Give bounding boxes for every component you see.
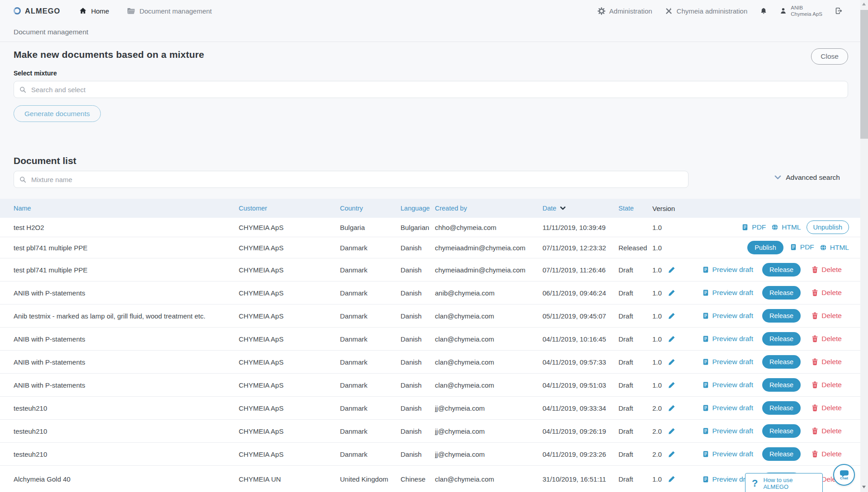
- release-button[interactable]: Release: [762, 447, 801, 461]
- pdf-link[interactable]: PDF: [790, 243, 814, 251]
- mixture-search-input[interactable]: [30, 85, 842, 94]
- edit-version-icon[interactable]: [668, 312, 675, 320]
- cell-created-by: clan@chymeia.com: [435, 358, 542, 366]
- column-header-customer[interactable]: Customer: [239, 205, 340, 212]
- release-button[interactable]: Release: [762, 355, 801, 369]
- cell-state: Draft: [618, 404, 652, 412]
- delete-link[interactable]: Delete: [811, 427, 842, 435]
- edit-version-icon[interactable]: [668, 381, 675, 389]
- column-header-language[interactable]: Language: [401, 205, 435, 212]
- edit-version-icon[interactable]: [668, 289, 675, 297]
- delete-link[interactable]: Delete: [811, 358, 842, 366]
- nav-chymeia-administration[interactable]: Chymeia administration: [665, 7, 748, 15]
- cell-state: Draft: [618, 427, 652, 435]
- scrollbar-up-arrow-icon[interactable]: [862, 3, 866, 5]
- document-search-input[interactable]: [30, 175, 683, 184]
- cell-date: 04/11/2019, 09:57:33: [542, 358, 618, 366]
- html-link[interactable]: HTML: [820, 244, 849, 252]
- cell-customer: CHYMEIA ApS: [239, 224, 340, 231]
- cell-date: 04/11/2019, 10:16:45: [542, 335, 618, 343]
- logout-button[interactable]: [835, 7, 843, 14]
- document-row: test H2O2 CHYMEIA ApS Bulgaria Bulgarian…: [0, 218, 860, 237]
- release-button[interactable]: Release: [762, 286, 801, 300]
- release-button[interactable]: Release: [762, 401, 801, 415]
- column-header-country[interactable]: Country: [340, 205, 401, 212]
- breadcrumb[interactable]: Document management: [127, 7, 212, 15]
- column-header-name[interactable]: Name: [14, 205, 239, 212]
- column-header-created-by[interactable]: Created by: [435, 205, 542, 212]
- cell-customer: CHYMEIA ApS: [239, 244, 340, 252]
- select-mixture-label: Select mixture: [14, 70, 868, 77]
- preview-draft-link[interactable]: Preview draft: [702, 335, 753, 343]
- delete-link[interactable]: Delete: [811, 312, 842, 320]
- release-button[interactable]: Release: [762, 424, 801, 438]
- pdf-link[interactable]: PDF: [741, 223, 766, 231]
- bell-icon: [760, 7, 767, 15]
- delete-link[interactable]: Delete: [811, 335, 842, 343]
- chat-button[interactable]: Chat: [833, 464, 855, 486]
- delete-link[interactable]: Delete: [811, 266, 842, 274]
- breadcrumb-label: Document management: [139, 7, 212, 15]
- column-header-date[interactable]: Date: [542, 205, 618, 212]
- edit-version-icon[interactable]: [668, 427, 675, 435]
- edit-version-icon[interactable]: [668, 404, 675, 412]
- cell-country: Danmark: [340, 312, 401, 320]
- generate-documents-button[interactable]: Generate documents: [14, 105, 101, 122]
- pdf-document-icon: [790, 244, 797, 251]
- edit-version-icon[interactable]: [668, 266, 675, 274]
- cell-customer: CHYMEIA ApS: [239, 289, 340, 297]
- how-to-use-button[interactable]: ? How to use ALMEGO: [745, 473, 823, 492]
- scrollbar-thumb[interactable]: [860, 10, 868, 139]
- notifications-button[interactable]: [760, 7, 767, 15]
- delete-link[interactable]: Delete: [811, 450, 842, 458]
- preview-draft-link[interactable]: Preview draft: [702, 289, 753, 297]
- preview-draft-link[interactable]: Preview draft: [702, 450, 753, 458]
- release-button[interactable]: Release: [762, 332, 801, 346]
- cell-language: Danish: [401, 404, 435, 412]
- delete-link[interactable]: Delete: [811, 404, 842, 412]
- scrollbar-down-arrow-icon[interactable]: [862, 486, 866, 488]
- edit-version-icon[interactable]: [668, 450, 675, 458]
- preview-draft-link[interactable]: Preview draft: [702, 358, 753, 366]
- release-button[interactable]: Release: [762, 263, 801, 276]
- unpublish-button[interactable]: Unpublish: [807, 220, 849, 234]
- edit-version-icon[interactable]: [668, 335, 675, 343]
- preview-document-icon: [702, 358, 709, 365]
- nav-administration[interactable]: Administration: [598, 7, 652, 15]
- delete-link[interactable]: Delete: [811, 289, 842, 297]
- preview-draft-link[interactable]: Preview draft: [702, 404, 753, 412]
- cell-date: 04/11/2019, 09:23:26: [542, 450, 618, 458]
- sort-descending-icon: [560, 206, 566, 210]
- html-link[interactable]: HTML: [771, 223, 801, 231]
- almego-logo[interactable]: ALMEGO: [14, 7, 60, 15]
- preview-document-icon: [702, 266, 709, 273]
- preview-draft-link[interactable]: Preview draft: [702, 266, 753, 274]
- release-button[interactable]: Release: [762, 309, 801, 323]
- cell-name: testeuh210: [14, 427, 239, 435]
- advanced-search-toggle[interactable]: Advanced search: [774, 173, 840, 182]
- user-icon: [780, 7, 787, 14]
- column-header-state[interactable]: State: [618, 205, 652, 212]
- preview-draft-link[interactable]: Preview draft: [702, 427, 753, 435]
- preview-draft-link[interactable]: Preview draft: [702, 381, 753, 389]
- mixture-search-box[interactable]: [14, 81, 848, 98]
- close-button[interactable]: Close: [811, 48, 848, 65]
- vertical-scrollbar[interactable]: [860, 0, 868, 492]
- nav-home[interactable]: Home: [79, 7, 109, 15]
- cell-version: 1.0: [652, 244, 679, 252]
- release-button[interactable]: Release: [762, 378, 801, 392]
- edit-version-icon[interactable]: [668, 358, 675, 366]
- preview-draft-link[interactable]: Preview draft: [702, 312, 753, 320]
- cell-created-by: clan@chymeia.com: [435, 381, 542, 389]
- user-menu[interactable]: ANIB Chymeia ApS: [780, 5, 822, 18]
- cell-state: Released: [618, 244, 652, 252]
- document-search-box[interactable]: [14, 171, 689, 188]
- cell-version: 2.0: [652, 450, 679, 458]
- document-row: testeuh210 CHYMEIA ApS Danmark Danish jj…: [0, 443, 860, 466]
- cell-date: 04/11/2019, 09:51:03: [542, 381, 618, 389]
- cell-language: Chinese: [401, 475, 435, 483]
- preview-document-icon: [702, 427, 709, 435]
- delete-link[interactable]: Delete: [811, 381, 842, 389]
- publish-button[interactable]: Publish: [747, 241, 783, 254]
- edit-version-icon[interactable]: [668, 475, 675, 483]
